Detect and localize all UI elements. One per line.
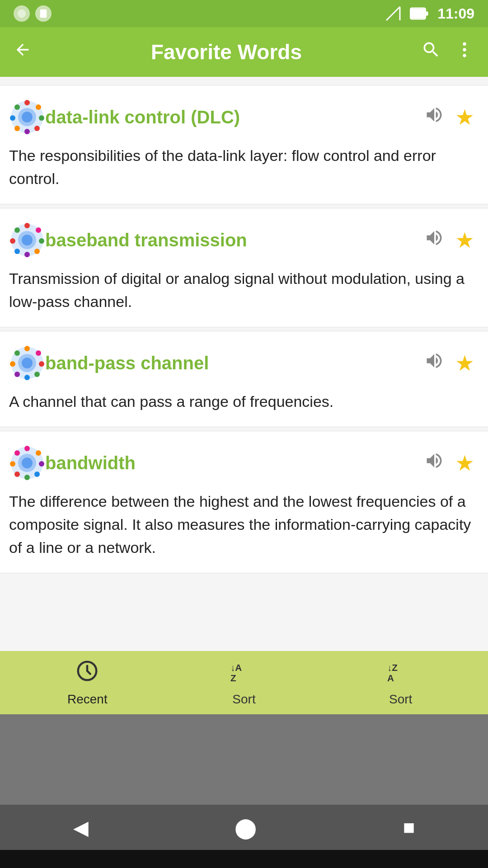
sound-button-baseband[interactable] — [424, 228, 444, 252]
word-list: data-link control (DLC) ★ The responsibi… — [0, 77, 488, 651]
svg-text:↓Z: ↓Z — [387, 662, 398, 673]
svg-point-18 — [14, 104, 20, 110]
svg-point-24 — [39, 238, 44, 244]
android-nav: ◀ ⬤ ■ — [0, 805, 488, 850]
word-term-baseband: baseband transmission — [45, 230, 424, 250]
nav-sort-za[interactable]: ↓Z A Sort — [322, 659, 479, 707]
android-back-button[interactable]: ◀ — [73, 816, 89, 839]
svg-point-42 — [22, 358, 33, 368]
svg-text:A: A — [387, 673, 394, 683]
signal-icon — [385, 5, 401, 22]
sim-icon — [35, 5, 52, 22]
status-time: 11:09 — [437, 5, 474, 22]
svg-point-17 — [10, 115, 15, 121]
svg-point-44 — [24, 446, 30, 451]
sound-button-bandwidth[interactable] — [424, 451, 444, 475]
svg-point-36 — [34, 372, 40, 377]
svg-point-23 — [36, 227, 41, 233]
svg-point-46 — [39, 461, 44, 467]
word-card-bandwidth: bandwidth ★ The difference between the h… — [0, 431, 488, 573]
svg-point-27 — [14, 249, 20, 254]
word-logo-bandpass — [9, 345, 45, 381]
svg-point-51 — [14, 450, 20, 456]
svg-point-22 — [24, 223, 30, 228]
svg-point-53 — [22, 458, 33, 468]
sort-az-icon: ↓A Z — [230, 659, 258, 689]
svg-point-13 — [39, 115, 44, 121]
app-bar: Favorite Words — [0, 27, 488, 77]
word-logo-bandwidth — [9, 445, 45, 481]
wifi-icon — [14, 5, 30, 22]
svg-point-34 — [36, 350, 41, 356]
svg-point-33 — [24, 346, 30, 351]
svg-point-37 — [24, 375, 30, 380]
svg-point-14 — [34, 126, 40, 131]
svg-point-29 — [14, 227, 20, 233]
sort-za-icon: ↓Z A — [387, 659, 414, 689]
word-definition-bandpass: A channel that can pass a range of frequ… — [9, 390, 474, 413]
svg-point-50 — [10, 461, 15, 467]
word-card-dlc: data-link control (DLC) ★ The responsibi… — [0, 85, 488, 204]
svg-point-7 — [463, 42, 466, 46]
nav-sort-za-label: Sort — [389, 692, 412, 707]
android-recents-button[interactable]: ■ — [403, 816, 415, 839]
svg-point-38 — [14, 372, 20, 377]
svg-point-12 — [36, 104, 41, 110]
svg-point-49 — [14, 472, 20, 477]
svg-point-25 — [34, 249, 40, 254]
word-term-bandwidth: bandwidth — [45, 453, 424, 473]
android-home-button[interactable]: ⬤ — [235, 816, 257, 839]
svg-point-31 — [22, 235, 33, 245]
word-term-dlc: data-link control (DLC) — [45, 107, 424, 127]
word-card-baseband: baseband transmission ★ Transmission of … — [0, 208, 488, 327]
clock-icon — [75, 659, 99, 689]
favorite-button-dlc[interactable]: ★ — [455, 104, 474, 130]
svg-point-9 — [463, 54, 466, 57]
sound-button-dlc[interactable] — [424, 105, 444, 129]
svg-point-0 — [18, 9, 26, 18]
sound-button-bandpass[interactable] — [424, 351, 444, 375]
favorite-button-baseband[interactable]: ★ — [455, 227, 474, 253]
svg-point-40 — [14, 350, 20, 356]
svg-point-47 — [34, 472, 40, 477]
svg-point-15 — [24, 129, 30, 134]
bottom-nav: Recent ↓A Z Sort ↓Z A Sort — [0, 651, 488, 714]
page-title: Favorite Words — [45, 40, 408, 64]
word-definition-dlc: The responsibilities of the data-link la… — [9, 144, 474, 190]
word-definition-baseband: Transmission of digital or analog signal… — [9, 267, 474, 313]
svg-point-8 — [463, 48, 466, 51]
word-logo-baseband — [9, 222, 45, 258]
svg-point-16 — [14, 126, 20, 131]
svg-point-20 — [22, 112, 33, 123]
nav-recent[interactable]: Recent — [9, 659, 166, 707]
word-card-bandpass: band-pass channel ★ A channel that can p… — [0, 331, 488, 427]
svg-rect-5 — [426, 12, 428, 16]
status-bar: 11:09 — [0, 0, 488, 27]
nav-sort-az[interactable]: ↓A Z Sort — [166, 659, 323, 707]
word-logo-dlc — [9, 99, 45, 135]
svg-rect-6 — [411, 9, 425, 19]
word-definition-bandwidth: The difference between the highest and t… — [9, 490, 474, 559]
svg-rect-1 — [40, 9, 47, 18]
black-bottom-bar — [0, 850, 488, 868]
more-menu-button[interactable] — [455, 40, 474, 64]
svg-point-11 — [24, 100, 30, 105]
battery-icon — [409, 5, 429, 22]
search-button[interactable] — [421, 40, 441, 64]
favorite-button-bandpass[interactable]: ★ — [455, 350, 474, 376]
svg-text:↓A: ↓A — [230, 662, 242, 673]
back-button[interactable] — [14, 41, 32, 63]
svg-point-28 — [10, 238, 15, 244]
svg-point-26 — [24, 252, 30, 257]
nav-recent-label: Recent — [67, 692, 108, 707]
svg-point-48 — [24, 475, 30, 480]
nav-sort-az-label: Sort — [232, 692, 255, 707]
svg-line-2 — [386, 7, 400, 20]
word-term-bandpass: band-pass channel — [45, 353, 424, 373]
svg-point-45 — [36, 450, 41, 456]
favorite-button-bandwidth[interactable]: ★ — [455, 450, 474, 476]
svg-text:Z: Z — [230, 673, 236, 683]
svg-point-35 — [39, 361, 44, 367]
gray-spacer — [0, 714, 488, 805]
svg-point-39 — [10, 361, 15, 367]
